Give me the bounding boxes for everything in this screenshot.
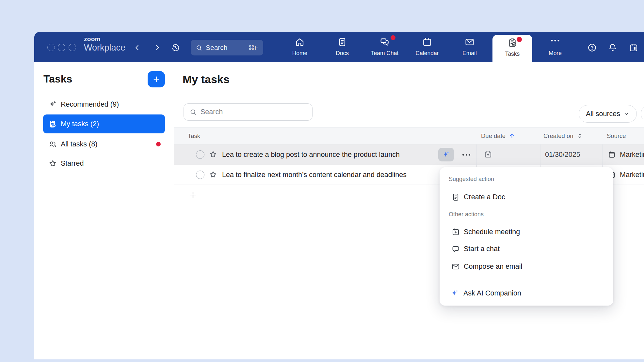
task-search-placeholder: Search bbox=[201, 108, 223, 116]
calendar-today-icon bbox=[629, 43, 638, 53]
sidebar-item-my-tasks[interactable]: My tasks (2) bbox=[43, 114, 165, 133]
brand-logo: zoom Workplace bbox=[84, 36, 125, 52]
window-control-1[interactable] bbox=[47, 44, 55, 51]
task-search-input[interactable]: Search bbox=[184, 103, 313, 121]
global-search-placeholder: Search bbox=[206, 44, 248, 52]
home-icon bbox=[295, 37, 305, 47]
menu-item-create-doc[interactable]: Create a Doc bbox=[440, 189, 609, 204]
menu-item-ask-ai-label: Ask AI Companion bbox=[463, 289, 521, 297]
ai-companion-button[interactable] bbox=[438, 148, 454, 161]
email-icon bbox=[464, 37, 475, 47]
plus-icon bbox=[188, 190, 198, 200]
main-content: My tasks Search All sources Task Due dat… bbox=[174, 62, 644, 359]
sidebar-item-recommended-label: Recommended (9) bbox=[61, 100, 119, 109]
column-divider bbox=[476, 144, 477, 165]
history-icon bbox=[171, 43, 181, 53]
row-more-actions[interactable] bbox=[461, 144, 472, 165]
ai-companion-icon bbox=[450, 288, 460, 298]
nav-tab-email-label: Email bbox=[448, 50, 491, 57]
brand-workplace: Workplace bbox=[84, 43, 125, 52]
calendar-icon bbox=[422, 37, 432, 47]
nav-tab-team-chat-label: Team Chat bbox=[363, 50, 406, 57]
task-actions-menu: Suggested action Create a Doc Other acti… bbox=[440, 167, 613, 306]
nav-tab-team-chat[interactable]: Team Chat bbox=[363, 32, 406, 62]
my-tasks-icon bbox=[48, 120, 57, 128]
sidebar-item-all-tasks[interactable]: All tasks (8) bbox=[43, 135, 165, 154]
nav-tab-more[interactable]: More bbox=[534, 32, 576, 62]
nav-tab-home[interactable]: Home bbox=[279, 32, 321, 62]
menu-item-create-doc-label: Create a Doc bbox=[464, 193, 505, 201]
star-icon[interactable] bbox=[209, 150, 217, 159]
history-button[interactable] bbox=[170, 42, 181, 53]
sparkle-icon bbox=[48, 100, 57, 109]
more-icon bbox=[551, 40, 559, 41]
column-divider bbox=[602, 144, 603, 165]
sidebar-item-all-tasks-label: All tasks (8) bbox=[61, 140, 97, 148]
nav-tab-tasks-label: Tasks bbox=[492, 51, 532, 57]
task-complete-radio[interactable] bbox=[196, 171, 204, 179]
window-control-2[interactable] bbox=[58, 44, 65, 51]
sidebar-item-recommended[interactable]: Recommended (9) bbox=[43, 95, 165, 114]
help-icon bbox=[587, 43, 597, 53]
column-created-on[interactable]: Created on bbox=[543, 128, 583, 144]
add-task-button[interactable] bbox=[148, 71, 165, 87]
menu-section-other: Other actions bbox=[449, 211, 484, 218]
menu-item-ask-ai-companion[interactable]: Ask AI Companion bbox=[440, 286, 609, 301]
notifications-button[interactable] bbox=[605, 40, 620, 55]
source-filter-dropdown[interactable]: All sources bbox=[579, 105, 637, 123]
source-cell: Marketing bbox=[608, 144, 644, 165]
source-filter-label: All sources bbox=[586, 110, 620, 118]
sort-toggle-icon bbox=[576, 132, 583, 139]
ai-sparkle-icon bbox=[441, 150, 451, 159]
nav-tab-docs[interactable]: Docs bbox=[321, 32, 363, 62]
app-window: zoom Workplace Search ⌘F Home bbox=[34, 32, 644, 359]
column-task: Task bbox=[188, 128, 200, 144]
forward-button[interactable] bbox=[152, 42, 163, 53]
app-header: zoom Workplace Search ⌘F Home bbox=[34, 32, 644, 62]
menu-divider bbox=[449, 284, 604, 284]
nav-tab-email[interactable]: Email bbox=[448, 32, 491, 62]
menu-item-compose-email[interactable]: Compose an email bbox=[440, 259, 609, 274]
plus-icon bbox=[152, 75, 161, 83]
team-chat-badge bbox=[391, 35, 395, 40]
menu-item-start-chat[interactable]: Start a chat bbox=[440, 241, 609, 256]
column-due-date[interactable]: Due date bbox=[481, 128, 515, 144]
task-title: Lea to create a blog post to announce th… bbox=[222, 144, 400, 165]
menu-item-schedule-meeting-label: Schedule meeting bbox=[464, 228, 520, 236]
menu-item-start-chat-label: Start a chat bbox=[464, 245, 500, 253]
add-due-date-icon[interactable] bbox=[484, 150, 492, 159]
calendar-source-icon bbox=[608, 151, 616, 159]
nav-tab-home-label: Home bbox=[279, 50, 321, 57]
add-task-inline-button[interactable] bbox=[188, 190, 198, 200]
window-control-3[interactable] bbox=[69, 44, 76, 51]
nav-tab-calendar[interactable]: Calendar bbox=[406, 32, 448, 62]
menu-item-compose-email-label: Compose an email bbox=[464, 263, 522, 271]
brand-zoom: zoom bbox=[84, 36, 125, 42]
star-icon bbox=[48, 159, 57, 168]
task-complete-radio[interactable] bbox=[196, 150, 204, 159]
sort-ascending-icon bbox=[508, 132, 515, 139]
calendar-today-button[interactable] bbox=[626, 40, 641, 55]
help-button[interactable] bbox=[585, 40, 599, 55]
created-on-value: 01/30/2025 bbox=[545, 144, 580, 165]
sidebar-item-starred[interactable]: Starred bbox=[43, 154, 165, 173]
menu-item-schedule-meeting[interactable]: Schedule meeting bbox=[440, 224, 609, 239]
tasks-icon bbox=[507, 38, 518, 48]
chat-bubble-icon bbox=[451, 245, 460, 253]
chevron-left-icon bbox=[134, 44, 141, 51]
sidebar: Tasks Recommended (9) My tasks (2) All t… bbox=[34, 62, 174, 359]
global-search[interactable]: Search ⌘F bbox=[191, 40, 263, 55]
column-divider bbox=[540, 144, 540, 165]
chevron-down-icon bbox=[623, 111, 630, 117]
column-source[interactable]: Source bbox=[607, 128, 626, 144]
tasks-badge bbox=[517, 37, 522, 42]
back-button[interactable] bbox=[132, 42, 142, 53]
calendar-plus-icon bbox=[451, 228, 460, 236]
sidebar-item-my-tasks-label: My tasks (2) bbox=[61, 120, 99, 128]
sidebar-title: Tasks bbox=[43, 73, 72, 85]
nav-tab-tasks[interactable]: Tasks bbox=[492, 35, 532, 62]
nav-tab-docs-label: Docs bbox=[321, 50, 363, 57]
star-icon[interactable] bbox=[209, 170, 217, 179]
task-row-1[interactable]: Lea to create a blog post to announce th… bbox=[174, 144, 644, 165]
clipped-filter-pill[interactable] bbox=[641, 105, 644, 123]
